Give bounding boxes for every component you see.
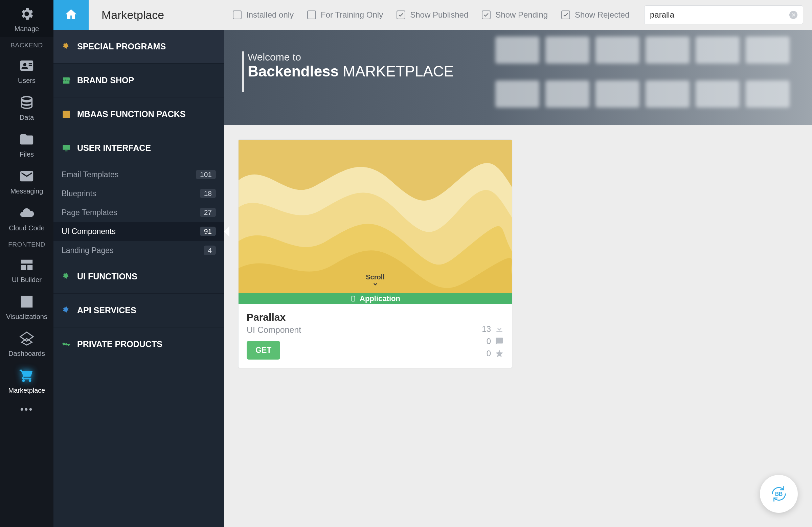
cat-brand-label: BRAND SHOP <box>77 75 134 85</box>
nav-more[interactable]: ••• <box>20 400 33 418</box>
sub-label: Page Templates <box>61 208 117 217</box>
cat-brand-shop[interactable]: BRAND SHOP <box>54 63 224 98</box>
cat-special-programs[interactable]: SPECIAL PROGRAMS <box>54 30 224 63</box>
chevron-down-icon: ⌄ <box>366 281 385 284</box>
nav-files-label: Files <box>20 150 34 158</box>
cat-api-services[interactable]: API SERVICES <box>54 294 224 327</box>
help-fab[interactable]: BB <box>760 475 798 513</box>
svg-text:BB: BB <box>775 491 783 497</box>
filter-show-pending[interactable]: Show Pending <box>482 10 548 20</box>
rail-section-frontend: FRONTEND <box>8 241 45 248</box>
filter-training-only[interactable]: For Training Only <box>307 10 383 20</box>
filter-label: For Training Only <box>321 10 383 20</box>
nav-users[interactable]: Users <box>0 52 54 89</box>
page-title: Marketplace <box>102 9 164 21</box>
nav-uibuilder[interactable]: UI Builder <box>0 251 54 288</box>
home-button[interactable] <box>54 0 89 30</box>
sub-count: 4 <box>204 246 216 255</box>
nav-messaging[interactable]: Messaging <box>0 162 54 199</box>
sub-label: Blueprints <box>61 189 96 198</box>
card-tag: Application <box>238 293 512 304</box>
hero-decoration <box>489 30 812 125</box>
cat-private-products[interactable]: PRIVATE PRODUCTS <box>54 327 224 361</box>
plus-icon <box>61 109 71 119</box>
gears-icon <box>61 42 71 52</box>
sub-landing-pages[interactable]: Landing Pages 4 <box>54 241 224 260</box>
cat-uifunc-label: UI FUNCTIONS <box>77 272 137 281</box>
sub-count: 101 <box>196 170 216 179</box>
search-field[interactable]: ✕ <box>644 5 803 24</box>
checkbox-icon <box>233 11 242 19</box>
card-artwork: Scroll ⌄ <box>238 140 512 293</box>
cat-special-label: SPECIAL PROGRAMS <box>77 42 166 52</box>
nav-visualizations[interactable]: Visualizations <box>0 288 54 325</box>
nav-dashboards[interactable]: Dashboards <box>0 325 54 362</box>
hero-welcome: Welcome to <box>248 52 812 63</box>
cat-private-label: PRIVATE PRODUCTS <box>77 339 162 349</box>
card-tag-label: Application <box>360 294 400 303</box>
cat-mbaas[interactable]: MBAAS FUNCTION PACKS <box>54 98 224 131</box>
nav-visualizations-label: Visualizations <box>6 313 47 321</box>
nav-cloudcode-label: Cloud Code <box>9 224 45 232</box>
checkbox-icon <box>396 11 405 19</box>
filter-label: Show Published <box>410 10 468 20</box>
clear-search-icon[interactable]: ✕ <box>789 11 797 19</box>
filter-label: Show Rejected <box>575 10 629 20</box>
comment-icon <box>495 337 504 346</box>
get-button[interactable]: GET <box>247 341 280 360</box>
sub-email-templates[interactable]: Email Templates 101 <box>54 165 224 184</box>
svg-rect-0 <box>352 296 355 302</box>
sub-count: 18 <box>200 189 216 198</box>
cat-mbaas-label: MBAAS FUNCTION PACKS <box>77 109 185 119</box>
sub-label: Email Templates <box>61 170 118 179</box>
product-card[interactable]: Scroll ⌄ Application Parallax UI Compone… <box>238 140 512 368</box>
hero-banner: Welcome to Backendless MARKETPLACE <box>224 30 812 125</box>
downloads-count: 13 <box>482 324 491 334</box>
filter-label: Show Pending <box>495 10 548 20</box>
scroll-hint: Scroll ⌄ <box>366 273 385 284</box>
handshake-icon <box>61 340 71 349</box>
nav-uibuilder-label: UI Builder <box>12 276 42 284</box>
sub-label: Landing Pages <box>61 246 113 255</box>
card-name: Parallax <box>247 311 504 323</box>
filter-installed-only[interactable]: Installed only <box>233 10 294 20</box>
main-area: Installed only For Training Only Show Pu… <box>224 0 812 527</box>
nav-files[interactable]: Files <box>0 126 54 162</box>
cat-user-interface[interactable]: USER INTERFACE <box>54 131 224 165</box>
nav-marketplace[interactable]: Marketplace <box>0 362 54 398</box>
categories-sidebar: Marketplace SPECIAL PROGRAMS BRAND SHOP … <box>54 0 224 527</box>
filters-toolbar: Installed only For Training Only Show Pu… <box>224 0 812 30</box>
sub-label: UI Components <box>61 227 116 236</box>
results-grid: Scroll ⌄ Application Parallax UI Compone… <box>224 125 812 527</box>
nav-data-label: Data <box>20 114 34 121</box>
monitor-icon <box>61 143 71 153</box>
filter-show-rejected[interactable]: Show Rejected <box>561 10 629 20</box>
sub-page-templates[interactable]: Page Templates 27 <box>54 203 224 222</box>
sub-count: 27 <box>200 208 216 217</box>
search-input[interactable] <box>650 10 789 20</box>
gears-icon <box>61 272 71 281</box>
filter-label: Installed only <box>246 10 294 20</box>
cat-ui-label: USER INTERFACE <box>77 143 151 153</box>
checkbox-icon <box>307 11 316 19</box>
nav-manage[interactable]: Manage <box>0 0 54 37</box>
nav-messaging-label: Messaging <box>11 187 43 195</box>
shop-icon <box>61 76 71 85</box>
stars-count: 0 <box>487 349 491 358</box>
download-icon <box>495 325 504 334</box>
nav-dashboards-label: Dashboards <box>9 350 45 357</box>
rail-section-backend: BACKEND <box>11 42 43 49</box>
gears-icon <box>61 306 71 315</box>
nav-cloudcode[interactable]: Cloud Code <box>0 199 54 236</box>
card-type: UI Component <box>247 325 504 335</box>
filter-show-published[interactable]: Show Published <box>396 10 468 20</box>
phone-icon <box>350 295 356 303</box>
cat-ui-functions[interactable]: UI FUNCTIONS <box>54 260 224 294</box>
nav-users-label: Users <box>18 77 35 85</box>
refresh-bb-icon: BB <box>769 484 789 504</box>
card-body: Parallax UI Component GET 13 0 0 <box>238 304 512 368</box>
nav-manage-label: Manage <box>15 25 39 33</box>
sub-blueprints[interactable]: Blueprints 18 <box>54 184 224 203</box>
sub-ui-components[interactable]: UI Components 91 <box>54 222 224 241</box>
nav-data[interactable]: Data <box>0 89 54 126</box>
